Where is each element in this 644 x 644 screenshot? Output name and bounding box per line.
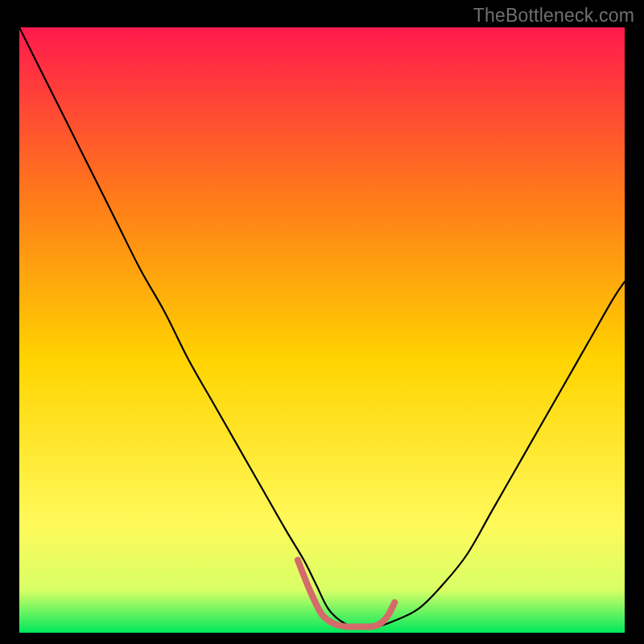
watermark-text: TheBottleneck.com bbox=[473, 5, 634, 27]
chart-frame: TheBottleneck.com bbox=[0, 0, 644, 644]
chart-background bbox=[19, 27, 625, 633]
bottleneck-chart bbox=[19, 27, 625, 633]
plot-area bbox=[19, 27, 625, 633]
